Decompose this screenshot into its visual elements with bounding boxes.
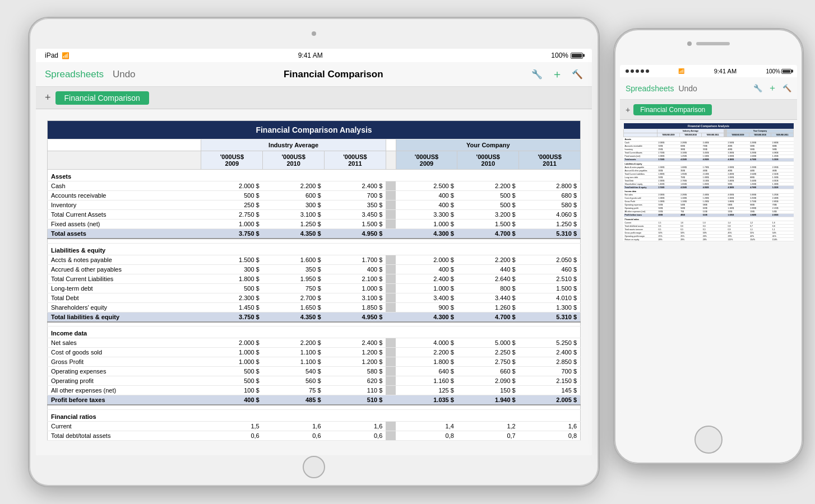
- iphone-signal: [626, 69, 649, 73]
- financial-table: Financial Comparison Analysis Industry A…: [47, 120, 581, 441]
- col-c2011: '000US$2011: [519, 151, 581, 170]
- ipad-screen: iPad 📶 9:41 AM 100% Spreadsheets Undo Fi…: [36, 49, 592, 455]
- mini-title-row: Financial Comparison Analysis: [624, 123, 794, 129]
- iphone-wifi-icon: 📶: [678, 68, 684, 74]
- table-row: Operating expenses 500 $540 $580 $ 640 $…: [48, 367, 581, 376]
- ipad-tab-bar: + Financial Comparison: [36, 87, 592, 109]
- table-row: Total debt/total assets 0,60,60,6 0,80,7…: [48, 431, 581, 440]
- ipad-active-tab[interactable]: Financial Comparison: [55, 91, 149, 105]
- ipad-time: 9:41 AM: [298, 52, 323, 59]
- iphone-device: 📶 9:41 AM 100% Spreadsheets Undo 🔧 ＋: [613, 28, 804, 465]
- assets-total-row: Total assets 3.750 $4.350 $4.950 $ 4.300…: [48, 229, 581, 239]
- mini-table-row: Return on equity28%29%28%115%154%154%: [624, 238, 794, 241]
- table-row: Accts & notes payable 1.500 $1.600 $1.70…: [48, 255, 581, 264]
- ipad-wifi-icon: 📶: [62, 52, 70, 59]
- table-row: Total Debt 2.300 $2.700 $3.100 $ 3.400 $…: [48, 293, 581, 302]
- col-i2010: '000US$2010: [263, 151, 325, 170]
- table-row: Gross Profit 1.000 $1.100 $1.200 $ 1.800…: [48, 357, 581, 367]
- mini-header-group: Industry Average Your Company: [624, 129, 794, 133]
- iphone-camera-area: [687, 41, 730, 46]
- iphone-add-tab-button[interactable]: +: [626, 105, 630, 114]
- iphone-financial-table: Financial Comparison Analysis Industry A…: [623, 123, 794, 241]
- iphone-home-button[interactable]: [694, 426, 723, 454]
- table-row: Inventory 250 $300 $350 $ 400 $500 $580 …: [48, 200, 581, 210]
- iphone-camera-dot: [687, 41, 692, 46]
- table-title-row: Financial Comparison Analysis: [48, 121, 581, 139]
- liabilities-total-row: Total liabilities & equity 3.750 $4.350 …: [48, 312, 581, 322]
- income-section-header: Income data: [48, 326, 581, 338]
- ipad-camera: [312, 31, 316, 36]
- iphone-plus-icon[interactable]: ＋: [768, 82, 777, 94]
- iphone-time: 9:41 AM: [714, 68, 737, 74]
- industry-header: Industry Average: [201, 139, 386, 151]
- table-row: Cash 2.000 $2.200 $2.400 $ 2.500 $2.200 …: [48, 181, 581, 191]
- iphone-battery-bar: [781, 69, 791, 74]
- iphone-screen: 📶 9:41 AM 100% Spreadsheets Undo 🔧 ＋: [620, 65, 797, 413]
- ipad-add-tab-button[interactable]: +: [45, 92, 51, 104]
- iphone-content-area[interactable]: Financial Comparison Analysis Industry A…: [620, 120, 797, 413]
- ipad-status-bar: iPad 📶 9:41 AM 100%: [36, 49, 592, 62]
- ipad-battery-label: 100%: [551, 52, 568, 59]
- assets-section-header: Assets: [48, 170, 581, 181]
- iphone-undo-button[interactable]: Undo: [678, 84, 697, 93]
- table-row: Total Current Liabilities 1.800 $1.950 $…: [48, 274, 581, 283]
- iphone-spanner-icon[interactable]: 🔨: [782, 84, 791, 92]
- mini-col-headers: '000US$ 2009 '000US$ 2010 '000US$ 2011 '…: [624, 133, 794, 137]
- iphone-wrench-icon[interactable]: 🔧: [753, 84, 762, 92]
- iphone-speaker: [696, 42, 730, 45]
- ipad-battery-bar: [571, 53, 583, 59]
- spacer-row: [48, 405, 581, 409]
- iphone-battery-label: 100%: [766, 68, 780, 74]
- table-row: All other expenses (net) 100 $75 $110 $ …: [48, 386, 581, 395]
- liabilities-section-header: Liabilities & equity: [48, 243, 581, 255]
- ipad-device: iPad 📶 9:41 AM 100% Spreadsheets Undo Fi…: [28, 17, 600, 487]
- income-total-row: Profit before taxes 400 $485 $510 $ 1.03…: [48, 395, 581, 405]
- table-row: Current 1,51,61,6 1,41,21,6: [48, 421, 581, 431]
- table-title: Financial Comparison Analysis: [48, 121, 581, 139]
- ipad-home-button[interactable]: [303, 456, 325, 478]
- table-row: Total Current Assets 2.750 $3.100 $3.450…: [48, 210, 581, 220]
- table-row: Operating profit 500 $560 $620 $ 1.160 $…: [48, 376, 581, 386]
- ipad-document-title: Financial Comparison: [284, 69, 383, 80]
- column-headers-row: '000US$2009 '000US$2010 '000US$2011 '000…: [48, 151, 581, 170]
- col-c2010: '000US$2010: [457, 151, 519, 170]
- ipad-device-label: iPad: [45, 52, 58, 59]
- col-c2009: '000US$2009: [396, 151, 457, 170]
- table-row: Cost of goods sold 1.000 $1.100 $1.200 $…: [48, 348, 581, 357]
- iphone-status-bar: 📶 9:41 AM 100%: [620, 65, 797, 77]
- table-row: Shareholders' equity 1.450 $1.650 $1.850…: [48, 302, 581, 312]
- table-row: Accrued & other payables 300 $350 $400 $…: [48, 264, 581, 274]
- col-i2011: '000US$2011: [325, 151, 386, 170]
- col-i2009: '000US$2009: [201, 151, 263, 170]
- iphone-toolbar: Spreadsheets Undo 🔧 ＋ 🔨: [620, 77, 797, 100]
- ipad-spanner-icon[interactable]: 🔨: [572, 69, 583, 80]
- ipad-plus-icon[interactable]: ＋: [552, 67, 563, 82]
- company-header: Your Company: [396, 139, 580, 151]
- table-row: Fixed assets (net) 1.000 $1.250 $1.500 $…: [48, 220, 581, 229]
- spacer-row: [48, 239, 581, 243]
- table-row: Accounts receivable 500 $600 $700 $ 400 …: [48, 191, 581, 200]
- iphone-tab-bar: + Financial Comparison: [620, 100, 797, 120]
- spacer-row: [48, 322, 581, 326]
- table-row: Long-term debt 500 $750 $1.000 $ 1.000 $…: [48, 283, 581, 293]
- separator: [386, 139, 396, 151]
- ratios-section-header: Financial ratios: [48, 409, 581, 421]
- ipad-wrench-icon[interactable]: 🔧: [531, 69, 543, 80]
- header-empty: [48, 139, 201, 151]
- ipad-content-area[interactable]: Financial Comparison Analysis Industry A…: [36, 109, 592, 455]
- ipad-spreadsheets-link[interactable]: Spreadsheets: [45, 69, 104, 80]
- ipad-undo-button[interactable]: Undo: [113, 69, 136, 80]
- table-row: Net sales 2.000 $2.200 $2.400 $ 4.000 $5…: [48, 338, 581, 348]
- iphone-spreadsheets-link[interactable]: Spreadsheets: [626, 84, 674, 93]
- iphone-active-tab[interactable]: Financial Comparison: [633, 104, 712, 115]
- ipad-toolbar: Spreadsheets Undo Financial Comparison 🔧…: [36, 62, 592, 87]
- header-group-row: Industry Average Your Company: [48, 139, 581, 151]
